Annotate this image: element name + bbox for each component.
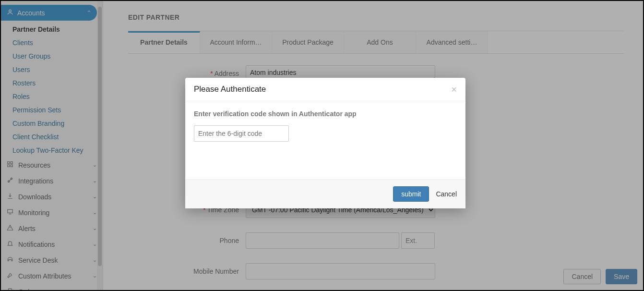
authenticate-modal: Please Authenticate × Enter verification… — [185, 78, 465, 208]
verification-code-input[interactable] — [194, 125, 289, 142]
modal-cancel-button[interactable]: Cancel — [436, 190, 457, 198]
modal-body: Enter verification code shown in Authent… — [185, 101, 465, 179]
close-icon[interactable]: × — [451, 85, 457, 94]
modal-footer: submit Cancel — [185, 179, 465, 208]
modal-subtitle: Enter verification code shown in Authent… — [194, 110, 457, 118]
modal-header: Please Authenticate × — [185, 78, 465, 101]
submit-button[interactable]: submit — [393, 186, 429, 202]
modal-title: Please Authenticate — [194, 85, 266, 94]
